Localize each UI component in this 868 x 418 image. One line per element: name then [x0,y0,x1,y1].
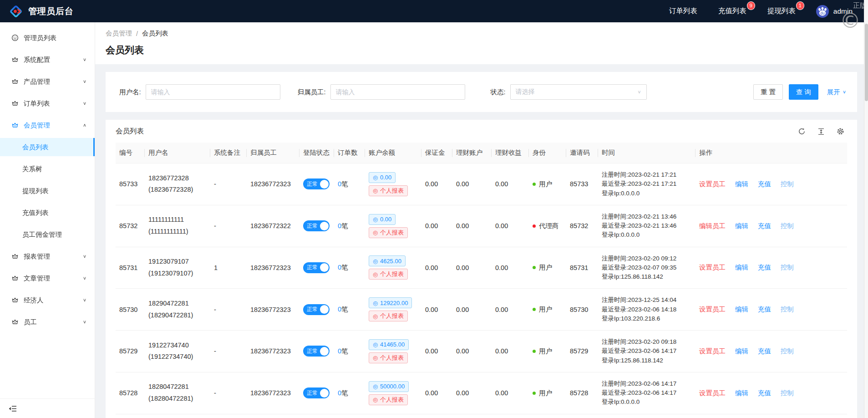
eye-icon: ◎ [373,354,378,361]
chevron-down-icon: ∨ [83,275,86,280]
search-button[interactable]: 查 询 [789,84,818,100]
action-recharge-link[interactable]: 充值 [758,389,771,397]
refresh-icon[interactable] [798,127,806,135]
col-balance: 账户余额 [365,143,421,163]
sidebar-subitem[interactable]: 提现列表 [0,182,95,200]
status-toggle[interactable]: 正常 [303,346,330,357]
cell-actions: 设置员工 编辑 充值 控制 [695,372,847,414]
sidebar-item[interactable]: 经济人 ∨ [0,291,95,309]
personal-report-badge[interactable]: ◎ 个人报表 [369,227,408,238]
eye-icon: ◎ [373,341,378,348]
balance-badge[interactable]: ◎ 50000.00 [369,381,409,392]
balance-badge[interactable]: ◎ 41465.00 [369,339,409,350]
cell-margin: 0.00 [421,205,452,247]
expand-link[interactable]: 展开 ∨ [827,88,846,97]
sidebar-item[interactable]: 管理员列表 [0,29,95,47]
action-control-link[interactable]: 控制 [781,347,794,355]
status-toggle[interactable]: 正常 [303,262,330,273]
status-toggle[interactable]: 正常 [303,220,330,231]
breadcrumb-parent[interactable]: 会员管理 [106,29,132,38]
status-toggle[interactable]: 正常 [303,387,330,398]
action-edit-link[interactable]: 编辑 [735,180,748,188]
action-staff-link[interactable]: 设置员工 [699,347,726,355]
sidebar-item[interactable]: 产品管理 ∨ [0,72,95,91]
action-control-link[interactable]: 控制 [781,306,794,313]
top-navbar: 管理员后台 订单列表 充值列表 9 提现列表 1 du admin [0,0,868,22]
personal-report-badge[interactable]: ◎ 个人报表 [369,269,408,280]
action-edit-link[interactable]: 编辑 [735,389,748,397]
sidebar-item[interactable]: 员工 ∨ [0,313,95,331]
cell-username: 18290472281 (18290472281) [145,289,210,331]
sidebar-subitem-label: 员工佣金管理 [22,230,62,239]
scrollbar-thumb[interactable] [865,24,868,101]
action-recharge-link[interactable]: 充值 [758,222,771,229]
action-staff-link[interactable]: 编辑员工 [699,222,726,229]
logo[interactable]: 管理员后台 [9,5,74,18]
action-edit-link[interactable]: 编辑 [735,347,748,355]
chevron-down-icon: ∨ [83,101,86,106]
personal-report-badge[interactable]: ◎ 个人报表 [369,311,408,321]
cell-invite: 85730 [566,289,598,331]
cell-orders: 0笔 [334,289,365,331]
personal-report-badge[interactable]: ◎ 个人报表 [369,394,408,405]
filter-buttons: 重 置 查 询 展开 ∨ [753,84,846,100]
cell-orders: 0笔 [334,331,365,372]
sidebar-item[interactable]: 系统配置 ∨ [0,51,95,69]
staff-filter-input[interactable] [330,84,465,100]
reset-button[interactable]: 重 置 [753,84,783,100]
username-filter-label: 用户名: [119,88,141,97]
balance-badge[interactable]: ◎ 0.00 [369,172,396,183]
action-staff-link[interactable]: 设置员工 [699,389,726,397]
action-edit-link[interactable]: 编辑 [735,306,748,313]
table-tools [798,127,844,135]
page-scrollbar[interactable] [864,0,868,418]
status-toggle[interactable]: 正常 [303,304,330,315]
status-filter-select[interactable]: 请选择 ∨ [510,84,647,100]
action-staff-link[interactable]: 设置员工 [699,306,726,313]
status-toggle[interactable]: 正常 [303,178,330,189]
action-control-link[interactable]: 控制 [781,264,794,271]
action-edit-link[interactable]: 编辑 [735,264,748,271]
username-filter-input[interactable] [146,84,280,100]
density-icon[interactable] [817,128,825,135]
action-control-link[interactable]: 控制 [781,222,794,229]
action-staff-link[interactable]: 设置员工 [699,180,726,188]
action-control-link[interactable]: 控制 [781,180,794,188]
sidebar-collapse-icon[interactable] [9,405,17,412]
personal-report-badge[interactable]: ◎ 个人报表 [369,352,408,363]
sidebar-item[interactable]: 报表管理 ∨ [0,247,95,265]
action-recharge-link[interactable]: 充值 [758,264,771,271]
sidebar-subitem[interactable]: 充值列表 [0,204,95,222]
sidebar-subitem[interactable]: 关系树 [0,160,95,178]
sidebar-item[interactable]: 文章管理 ∨ [0,269,95,287]
cell-login-status: 正常 [299,163,334,205]
cell-invite: 85732 [566,205,598,247]
sidebar-item[interactable]: 会员管理 ∧ [0,116,95,134]
nav-link-recharge[interactable]: 充值列表 9 [718,6,746,16]
action-recharge-link[interactable]: 充值 [758,347,771,355]
action-recharge-link[interactable]: 充值 [758,306,771,313]
action-recharge-link[interactable]: 充值 [758,180,771,188]
sidebar-item[interactable]: 订单列表 ∨ [0,94,95,112]
cell-margin: 0.00 [421,331,452,372]
personal-report-badge[interactable]: ◎ 个人报表 [369,185,408,196]
sidebar-subitem[interactable]: 员工佣金管理 [0,225,95,244]
cell-note: - [210,163,247,205]
balance-badge[interactable]: ◎ 4625.00 [369,255,406,266]
toggle-knob [320,389,329,398]
action-staff-link[interactable]: 设置员工 [699,264,726,271]
sidebar-subitem[interactable]: 会员列表 [0,138,95,156]
cell-identity: 用户 [529,163,566,205]
nav-link-orders[interactable]: 订单列表 [669,6,697,16]
balance-badge[interactable]: ◎ 129220.00 [369,297,412,308]
settings-gear-icon[interactable] [837,127,844,135]
cell-note: 1 [210,247,247,289]
card-header: 会员列表 [116,127,847,136]
breadcrumb-current: 会员列表 [142,29,168,38]
action-control-link[interactable]: 控制 [781,389,794,397]
nav-link-withdraw[interactable]: 提现列表 1 [767,6,796,16]
eye-icon: ◎ [373,187,378,194]
balance-badge[interactable]: ◎ 0.00 [369,214,396,225]
eye-icon: ◎ [373,313,378,320]
action-edit-link[interactable]: 编辑 [735,222,748,229]
